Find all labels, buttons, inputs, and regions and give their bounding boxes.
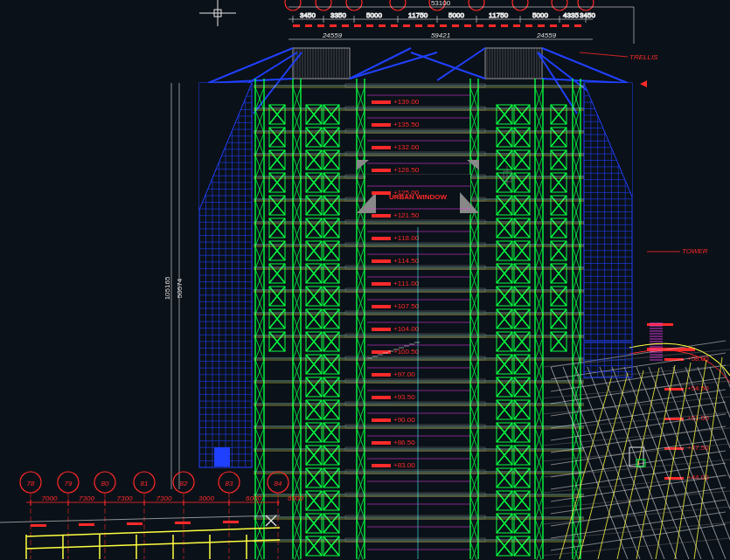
level-text: +86.50	[393, 439, 415, 446]
level-marker	[372, 396, 391, 399]
grid-bubble	[346, 0, 362, 10]
svg-rect-910	[79, 523, 94, 526]
level-text: +54.50	[687, 384, 709, 392]
svg-rect-30	[489, 24, 496, 27]
level-text: +83.00	[393, 461, 415, 469]
dimension-text: 7300	[79, 494, 94, 502]
svg-rect-934	[664, 388, 684, 391]
svg-rect-31	[501, 24, 508, 27]
level-text: +93.50	[393, 393, 415, 401]
svg-rect-911	[127, 522, 143, 525]
svg-line-983	[542, 444, 730, 461]
grid-number: 82	[180, 480, 188, 487]
grid-bubble	[469, 0, 484, 10]
svg-line-945	[636, 367, 713, 559]
level-marker	[372, 169, 391, 172]
svg-rect-912	[175, 522, 191, 524]
svg-line-973	[636, 365, 675, 559]
level-marker	[372, 350, 391, 354]
dimension-text: 24559	[322, 31, 343, 39]
svg-rect-36	[562, 24, 569, 27]
svg-rect-24	[415, 24, 422, 27]
grid-bubble	[390, 0, 406, 10]
level-text: +132.00	[393, 143, 420, 151]
dimension-text: 7000	[42, 494, 58, 502]
svg-rect-18	[342, 24, 349, 27]
dimension-text: 7300	[156, 494, 172, 502]
svg-line-988	[542, 522, 730, 540]
svg-line-985	[542, 475, 730, 493]
svg-rect-35	[550, 24, 557, 27]
dimension-text: 105165	[163, 276, 171, 300]
level-marker	[372, 441, 391, 445]
level-text: +97.00	[393, 370, 415, 378]
level-marker	[372, 214, 391, 218]
svg-line-965	[551, 487, 726, 514]
svg-rect-15	[305, 24, 312, 27]
grid-bubble	[285, 0, 301, 10]
svg-rect-20	[366, 24, 373, 27]
svg-rect-21	[379, 24, 386, 27]
svg-rect-25	[428, 24, 435, 27]
svg-line-959	[551, 414, 726, 440]
dimension-overall: 53100	[431, 0, 451, 7]
level-text: +128.50	[393, 166, 420, 174]
level-marker	[372, 418, 391, 422]
svg-rect-909	[31, 524, 46, 527]
svg-line-982	[542, 428, 730, 446]
dimension-text: 5000	[532, 11, 548, 19]
svg-line-946	[649, 367, 726, 559]
grid-bubble	[552, 0, 567, 10]
svg-line-97	[580, 52, 628, 57]
cad-elevation-drawing: 3450335050001175050001175050004335345053…	[0, 0, 730, 560]
dimension-text: 11750	[489, 11, 509, 19]
level-text: +47.50	[687, 444, 709, 452]
level-text: +100.50	[393, 348, 420, 356]
level-text: +125.00	[393, 189, 420, 197]
dimension-text: 6000	[288, 494, 303, 502]
dimension-text: 3000	[198, 494, 214, 502]
dimension-text: 6000	[246, 494, 261, 502]
svg-rect-37	[574, 24, 581, 27]
level-marker	[372, 464, 391, 467]
dimension-text: 5000	[366, 11, 382, 19]
grid-number: 83	[226, 480, 233, 487]
svg-rect-17	[330, 24, 337, 27]
svg-line-967	[551, 512, 726, 538]
level-text: +104.00	[393, 325, 420, 333]
grid-bubble	[578, 0, 594, 10]
grid-number: 79	[65, 480, 73, 487]
level-marker	[372, 282, 391, 286]
level-marker	[372, 146, 391, 149]
svg-line-908	[26, 540, 280, 549]
level-text: +111.00	[393, 280, 420, 287]
grid-number: 80	[101, 480, 109, 487]
grid-number: 81	[141, 480, 149, 487]
level-text: +114.50	[393, 257, 420, 265]
svg-rect-29	[476, 24, 483, 27]
svg-rect-28	[464, 24, 471, 27]
svg-line-978	[542, 365, 730, 383]
level-marker	[372, 373, 391, 377]
svg-rect-19	[354, 24, 361, 27]
svg-line-974	[656, 363, 691, 559]
dimension-text: 7300	[117, 494, 133, 502]
level-marker	[372, 191, 391, 195]
grid-bubble	[316, 0, 331, 10]
grid-number: 78	[27, 480, 35, 487]
level-marker	[372, 328, 391, 331]
dimension-text: 11750	[408, 11, 428, 19]
svg-line-951	[710, 367, 730, 559]
level-marker	[372, 305, 391, 308]
level-text: +121.50	[393, 211, 420, 219]
svg-rect-23	[403, 24, 410, 27]
level-marker	[372, 259, 391, 263]
svg-rect-916	[647, 323, 673, 326]
svg-rect-16	[317, 24, 324, 27]
dimension-text: 3450	[300, 11, 316, 19]
svg-line-939	[563, 367, 640, 559]
dimension-text: 4335	[563, 11, 579, 19]
level-marker	[372, 100, 391, 104]
svg-line-944	[624, 367, 701, 559]
svg-rect-32	[513, 24, 520, 27]
